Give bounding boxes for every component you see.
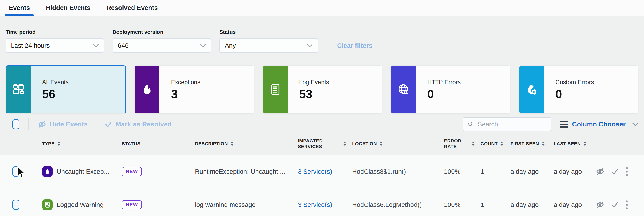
header-actions	[596, 133, 644, 155]
card-custom-errors[interactable]: Custom Errors 0	[519, 65, 638, 113]
row-last-seen-cell: a day ago	[554, 188, 596, 216]
row-type-cell: Uncaught Excep...	[42, 155, 122, 188]
card-count: 53	[299, 88, 382, 100]
hide-events-button[interactable]: Hide Events	[38, 120, 88, 129]
filter-deployment-version: Deployment version 646	[112, 29, 211, 53]
header-type[interactable]: TYPE	[42, 133, 122, 155]
search-icon	[468, 121, 474, 128]
row-description-cell: RuntimeException: Uncaught ...	[195, 155, 298, 188]
event-type-label: Logged Warning	[57, 201, 104, 209]
header-location[interactable]: LOCATION	[352, 133, 444, 155]
sort-icon[interactable]	[472, 141, 475, 146]
row-location-cell: HodClass8$1.run()	[352, 155, 444, 188]
header-last-seen[interactable]: LAST SEEN	[554, 133, 596, 155]
card-http-errors[interactable]: HTTP Errors 0	[391, 65, 510, 113]
header-select	[0, 133, 42, 155]
event-type-label: Uncaught Excep...	[57, 168, 109, 175]
chevron-down-icon	[632, 122, 638, 126]
card-count: 3	[171, 88, 254, 100]
card-log-events[interactable]: Log Events 53	[263, 65, 382, 113]
eye-slash-icon	[38, 120, 46, 129]
log-document-icon	[263, 66, 288, 113]
column-chooser-button[interactable]: Column Chooser	[560, 121, 638, 128]
status-label: Status	[220, 29, 318, 35]
hide-events-label: Hide Events	[50, 121, 88, 128]
globe-error-icon	[391, 66, 416, 113]
card-count: 56	[42, 88, 125, 100]
deployment-version-label: Deployment version	[112, 29, 211, 35]
row-first-seen-cell: a day ago	[510, 155, 554, 188]
select-all-checkbox[interactable]	[12, 119, 20, 129]
sort-icon[interactable]	[542, 141, 545, 146]
clear-filters-link[interactable]: Clear filters	[337, 42, 372, 49]
search-box	[463, 117, 551, 131]
row-location-cell: HodClass6.LogMethod()	[352, 188, 444, 216]
table-toolbar: Hide Events Mark as Resolved Column Choo…	[6, 117, 638, 132]
search-input[interactable]	[478, 121, 546, 128]
time-period-value: Last 24 hours	[11, 42, 50, 49]
sort-icon[interactable]	[343, 141, 346, 146]
card-exceptions[interactable]: Exceptions 3	[134, 65, 254, 113]
status-select[interactable]: Any	[220, 38, 318, 53]
card-label: Custom Errors	[556, 79, 638, 86]
header-error-rate[interactable]: ERROR RATE	[444, 133, 480, 155]
impacted-services-link[interactable]: 3 Service(s)	[298, 201, 332, 209]
all-events-grid-icon	[6, 66, 31, 113]
filter-status: Status Any	[220, 29, 318, 53]
tab-bar: Events Hidden Events Resolved Events	[0, 0, 644, 16]
impacted-services-link[interactable]: 3 Service(s)	[298, 168, 332, 175]
row-description-cell: log warning message	[195, 188, 298, 216]
toolbar-divider	[28, 118, 29, 130]
card-all-events[interactable]: All Events 56	[6, 65, 126, 113]
column-chooser-label: Column Chooser	[572, 121, 626, 128]
row-checkbox[interactable]	[12, 200, 20, 210]
row-menu-icon[interactable]	[625, 166, 629, 177]
hamburger-icon	[560, 121, 568, 128]
chevron-down-icon	[200, 44, 206, 47]
flame-icon	[135, 66, 160, 113]
row-menu-icon[interactable]	[625, 200, 629, 210]
card-label: All Events	[42, 79, 125, 86]
card-label: HTTP Errors	[427, 79, 510, 86]
row-error-rate-cell: 100%	[444, 188, 480, 216]
time-period-label: Time period	[6, 29, 104, 35]
sort-icon[interactable]	[583, 141, 586, 146]
summary-cards: All Events 56 Exceptions 3 Log	[6, 65, 638, 113]
hide-event-icon[interactable]	[596, 167, 604, 176]
mark-as-resolved-button[interactable]: Mark as Resolved	[104, 120, 172, 128]
row-impacted-cell: 3 Service(s)	[298, 188, 352, 216]
exception-flame-icon	[42, 166, 53, 177]
row-impacted-cell: 3 Service(s)	[298, 155, 352, 188]
events-dashboard: Events Hidden Events Resolved Events Tim…	[0, 0, 644, 216]
header-status[interactable]: STATUS	[122, 133, 195, 155]
header-count[interactable]: COUNT	[480, 133, 510, 155]
row-count-cell: 1	[480, 155, 510, 188]
time-period-select[interactable]: Last 24 hours	[6, 38, 104, 53]
deployment-version-value: 646	[118, 42, 128, 49]
row-error-rate-cell: 100%	[444, 155, 480, 188]
status-badge: NEW	[122, 200, 142, 209]
header-impacted-services[interactable]: IMPACTED SERVICES	[298, 133, 352, 155]
sort-icon[interactable]	[380, 141, 383, 146]
check-icon	[104, 120, 112, 128]
card-count: 0	[556, 88, 638, 100]
hide-event-icon[interactable]	[596, 200, 604, 209]
sort-icon[interactable]	[500, 141, 503, 146]
status-badge: NEW	[122, 167, 142, 176]
row-checkbox-cell	[0, 155, 42, 188]
header-description[interactable]: DESCRIPTION	[195, 133, 298, 155]
tab-hidden-events[interactable]: Hidden Events	[42, 0, 94, 16]
tab-resolved-events[interactable]: Resolved Events	[103, 0, 162, 16]
flame-gear-icon	[519, 66, 544, 113]
tab-events[interactable]: Events	[5, 0, 34, 16]
resolve-event-icon[interactable]	[611, 201, 619, 209]
chevron-down-icon	[307, 44, 313, 47]
sort-icon[interactable]	[57, 141, 60, 146]
row-type-cell: Logged Warning	[42, 188, 122, 216]
sort-icon[interactable]	[230, 141, 234, 146]
row-checkbox[interactable]	[12, 167, 20, 177]
deployment-version-select[interactable]: 646	[112, 38, 211, 53]
header-first-seen[interactable]: FIRST SEEN	[510, 133, 554, 155]
row-actions-cell	[596, 155, 644, 188]
resolve-event-icon[interactable]	[611, 168, 619, 176]
